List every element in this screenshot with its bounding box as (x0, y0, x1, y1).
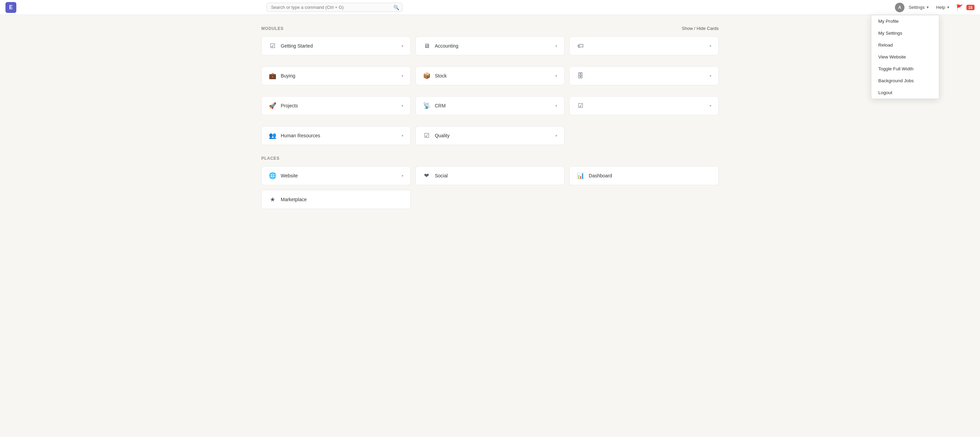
module-name-accounting: Accounting (435, 43, 458, 49)
module-card-stock[interactable]: 📦 Stock ▾ (415, 66, 565, 85)
buying-icon: 💼 (269, 72, 277, 79)
settings-dropdown: My Profile My Settings Reload View Websi… (871, 15, 939, 99)
module-name-dashboard: Dashboard (589, 173, 612, 178)
module-card-accounting[interactable]: 🖥 Accounting ▾ (415, 36, 565, 55)
module-card-getting-started[interactable]: ☑ Getting Started ▾ (261, 36, 411, 55)
modules-grid-row3: 🚀 Projects ▾ 📡 CRM ▾ ☑ ▾ (261, 96, 719, 115)
accounting-icon: 🖥 (423, 43, 431, 50)
modules-grid-row4: 👥 Human Resources ▾ ☑ Quality ▾ (261, 126, 719, 145)
search-input[interactable] (266, 3, 402, 12)
chevron-down-icon: ▾ (710, 104, 711, 108)
module-card-dashboard[interactable]: 📊 Dashboard (569, 166, 719, 185)
dropdown-item-toggle-full-width[interactable]: Toggle Full Width (872, 63, 939, 75)
module-name-website: Website (281, 173, 298, 178)
chevron-down-icon: ▾ (401, 74, 404, 78)
chevron-down-icon: ▾ (555, 104, 557, 108)
module-name-projects: Projects (281, 103, 298, 108)
module-name-quality: Quality (435, 133, 450, 138)
module-name-stock: Stock (435, 73, 447, 79)
dropdown-item-my-profile[interactable]: My Profile (872, 15, 939, 27)
modules-section-header: MODULES Show / Hide Cards (261, 26, 719, 31)
module-name-human-resources: Human Resources (281, 133, 320, 138)
human-resources-icon: 👥 (269, 132, 277, 139)
settings-label: Settings (908, 5, 924, 10)
sales-icon: 🏷 (576, 43, 585, 50)
modules-section-label: MODULES (261, 26, 284, 31)
chevron-down-icon: ▾ (555, 74, 557, 78)
module-card-marketplace[interactable]: ★ Marketplace (261, 190, 411, 209)
main-content: MODULES Show / Hide Cards ☑ Getting Star… (245, 15, 735, 220)
chevron-down-icon: ▾ (555, 44, 557, 48)
module-name-getting-started: Getting Started (281, 43, 313, 49)
module-card-social[interactable]: ❤ Social (415, 166, 565, 185)
dashboard-icon: 📊 (576, 172, 585, 179)
getting-started-icon: ☑ (269, 42, 277, 50)
navbar: E 🔍 A Settings ▼ Help ▼ 🚩 15 (0, 0, 980, 15)
module-name-buying: Buying (281, 73, 295, 79)
notification-badge[interactable]: 15 (966, 5, 975, 10)
support-icon: ☑ (576, 102, 585, 109)
quality-icon: ☑ (423, 132, 431, 139)
avatar: A (895, 3, 904, 12)
app-logo[interactable]: E (5, 2, 16, 13)
help-button[interactable]: Help ▼ (933, 3, 953, 11)
website-icon: 🌐 (269, 172, 277, 179)
module-card-human-resources[interactable]: 👥 Human Resources ▾ (261, 126, 411, 145)
module-card-buying[interactable]: 💼 Buying ▾ (261, 66, 411, 85)
search-icon: 🔍 (393, 5, 399, 10)
chevron-down-icon: ▾ (401, 174, 404, 178)
navbar-right: A Settings ▼ Help ▼ 🚩 15 (895, 3, 975, 12)
stock-icon: 📦 (423, 72, 431, 79)
chevron-down-icon: ▾ (710, 44, 711, 48)
places-grid-row2: ★ Marketplace (261, 190, 719, 209)
social-icon: ❤ (423, 172, 431, 179)
help-arrow-icon: ▼ (947, 5, 950, 9)
module-card-col3-row3[interactable]: ☑ ▾ (569, 96, 719, 115)
modules-grid-row1: ☑ Getting Started ▾ 🖥 Accounting ▾ 🏷 ▾ (261, 36, 719, 55)
settings-button[interactable]: Settings ▼ (906, 3, 932, 11)
accounts-icon: 🗄 (576, 72, 585, 79)
help-label: Help (936, 5, 945, 10)
dropdown-item-reload[interactable]: Reload (872, 39, 939, 51)
crm-icon: 📡 (423, 102, 431, 109)
search-bar: 🔍 (266, 3, 402, 12)
module-card-projects[interactable]: 🚀 Projects ▾ (261, 96, 411, 115)
module-card-crm[interactable]: 📡 CRM ▾ (415, 96, 565, 115)
module-name-social: Social (435, 173, 448, 178)
module-name-marketplace: Marketplace (281, 197, 307, 202)
dropdown-item-view-website[interactable]: View Website (872, 51, 939, 63)
settings-arrow-icon: ▼ (926, 5, 929, 9)
places-section-header: PLACES (261, 156, 719, 161)
dropdown-item-my-settings[interactable]: My Settings (872, 27, 939, 39)
chevron-down-icon: ▾ (555, 133, 557, 138)
flag-button[interactable]: 🚩 (954, 3, 965, 12)
dropdown-item-logout[interactable]: Logout (872, 87, 939, 98)
dropdown-item-background-jobs[interactable]: Background Jobs (872, 75, 939, 87)
module-card-website[interactable]: 🌐 Website ▾ (261, 166, 411, 185)
chevron-down-icon: ▾ (710, 74, 711, 78)
module-card-col3-row1[interactable]: 🏷 ▾ (569, 36, 719, 55)
projects-icon: 🚀 (269, 102, 277, 109)
module-card-col3-row2[interactable]: 🗄 ▾ (569, 66, 719, 85)
chevron-down-icon: ▾ (401, 44, 404, 48)
chevron-down-icon: ▾ (401, 104, 404, 108)
module-card-quality[interactable]: ☑ Quality ▾ (415, 126, 565, 145)
chevron-down-icon: ▾ (401, 133, 404, 138)
places-grid-row1: 🌐 Website ▾ ❤ Social 📊 Dashboard (261, 166, 719, 185)
module-name-crm: CRM (435, 103, 446, 108)
places-section-label: PLACES (261, 156, 279, 161)
show-hide-cards-button[interactable]: Show / Hide Cards (682, 26, 719, 31)
marketplace-icon: ★ (269, 196, 277, 203)
modules-grid-row2: 💼 Buying ▾ 📦 Stock ▾ 🗄 ▾ (261, 66, 719, 85)
